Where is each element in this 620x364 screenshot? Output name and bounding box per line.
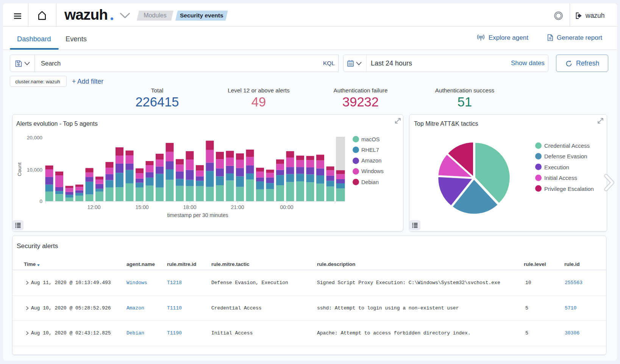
svg-text:15:00: 15:00 — [135, 204, 148, 210]
svg-text:timestamp per 30 minutes: timestamp per 30 minutes — [167, 212, 228, 218]
svg-text:18:00: 18:00 — [183, 204, 196, 210]
svg-text:00:00: 00:00 — [280, 204, 293, 210]
svg-text:10,000: 10,000 — [27, 167, 42, 173]
svg-text:Count: Count — [17, 162, 22, 176]
svg-text:21:00: 21:00 — [231, 204, 244, 210]
svg-text:20,000: 20,000 — [27, 135, 42, 141]
svg-text:12:00: 12:00 — [87, 204, 100, 210]
svg-text:0: 0 — [39, 198, 42, 204]
